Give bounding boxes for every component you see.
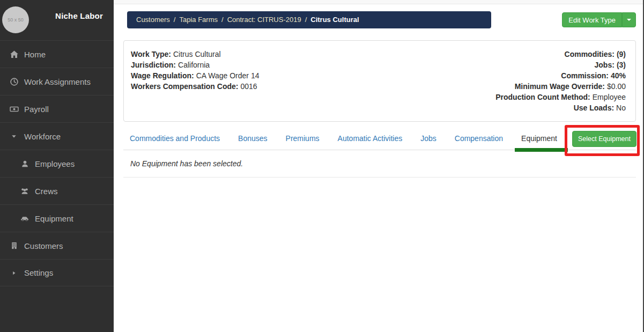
breadcrumb-current: Citrus Cultural [310,16,359,24]
detail-commodities: Commodities:(9) [495,49,626,60]
tab-equipment[interactable]: Equipment [515,128,564,150]
sidebar: 50 x 50 Niche Labor Home Work Assignment… [0,0,114,332]
tab-bonuses[interactable]: Bonuses [232,128,273,150]
sidebar-item-label: Settings [24,268,53,277]
sidebar-item-label: Equipment [35,214,73,223]
sidebar-item-workforce[interactable]: Workforce [0,122,114,150]
detail-wage-regulation: Wage Regulation:CA Wage Order 14 [131,70,259,81]
empty-message: No Equipment has been selected. [130,159,243,168]
detail-workers-comp-code: Workers Compensation Code:0016 [131,81,259,92]
sidebar-item-equipment[interactable]: Equipment [0,204,114,232]
sidebar-item-label: Crews [35,187,58,196]
detail-jurisdiction: Jurisdiction:California [131,60,259,70]
banknote-icon [9,105,19,114]
tab-premiums[interactable]: Premiums [279,128,326,150]
edit-work-type-dropdown-toggle[interactable] [622,12,636,27]
detail-use-loads: Use Loads:No [495,102,626,113]
car-icon [19,214,30,223]
sidebar-item-label: Work Assignments [24,77,91,86]
tabs-bar: Commodities and Products Bonuses Premium… [123,128,636,150]
sidebar-item-payroll[interactable]: Payroll [0,95,114,122]
details-left-column: Work Type:Citrus Cultural Jurisdiction:C… [131,49,259,92]
breadcrumb-separator: / [305,16,307,24]
sidebar-nav: Home Work Assignments Payroll Workforce … [0,40,114,286]
sidebar-item-employees[interactable]: Employees [0,150,114,177]
main-content: Customers/Tapia Farms/Contract: CITRUS-2… [114,0,644,332]
avatar-placeholder-text: 50 x 50 [8,17,24,23]
detail-minimum-wage-override: Minimum Wage Override:$0.00 [495,81,626,92]
sidebar-item-crews[interactable]: Crews [0,177,114,204]
sidebar-header: 50 x 50 Niche Labor [0,0,114,40]
breadcrumb-link-customers[interactable]: Customers [136,16,170,24]
chevron-right-icon [9,270,19,276]
sidebar-item-label: Home [24,50,46,59]
detail-jobs: Jobs:(3) [495,60,626,70]
tab-compensation[interactable]: Compensation [448,128,509,150]
tab-automatic-activities[interactable]: Automatic Activities [331,128,409,150]
detail-production-count-method: Production Count Method:Employee [495,92,626,102]
clock-icon [9,77,19,86]
home-icon [9,50,19,59]
edit-work-type-button[interactable]: Edit Work Type [562,12,622,27]
user-icon [19,160,30,168]
avatar: 50 x 50 [2,6,29,33]
select-equipment-button[interactable]: Select Equipment [572,131,636,147]
tab-jobs[interactable]: Jobs [414,128,443,150]
sidebar-item-settings[interactable]: Settings [0,259,114,286]
breadcrumb-link-contract[interactable]: Contract: CITRUS-2019 [227,16,301,24]
sidebar-item-home[interactable]: Home [0,40,114,68]
sidebar-item-label: Employees [35,159,75,168]
breadcrumb-separator: / [174,16,176,24]
breadcrumb-link-tapia-farms[interactable]: Tapia Farms [179,16,218,24]
caret-down-icon [627,19,631,21]
top-navbar-strip [114,0,644,4]
detail-work-type: Work Type:Citrus Cultural [131,49,259,60]
tab-commodities-and-products[interactable]: Commodities and Products [123,128,226,150]
sidebar-item-work-assignments[interactable]: Work Assignments [0,68,114,95]
details-right-column: Commodities:(9) Jobs:(3) Commission:40% … [495,49,626,113]
sidebar-item-label: Payroll [24,105,49,114]
users-icon [19,187,30,195]
chevron-down-icon [9,133,19,139]
breadcrumb: Customers/Tapia Farms/Contract: CITRUS-2… [127,11,491,28]
brand-title: Niche Labor [55,11,103,20]
building-icon [9,241,19,250]
sidebar-item-customers[interactable]: Customers [0,232,114,259]
content-divider [123,177,636,178]
work-type-details-panel: Work Type:Citrus Cultural Jurisdiction:C… [123,40,636,122]
sidebar-item-label: Customers [24,241,63,250]
edit-work-type-split-button: Edit Work Type [562,12,636,27]
sidebar-item-label: Workforce [24,132,61,141]
breadcrumb-separator: / [221,16,224,24]
detail-commission: Commission:40% [495,70,626,81]
